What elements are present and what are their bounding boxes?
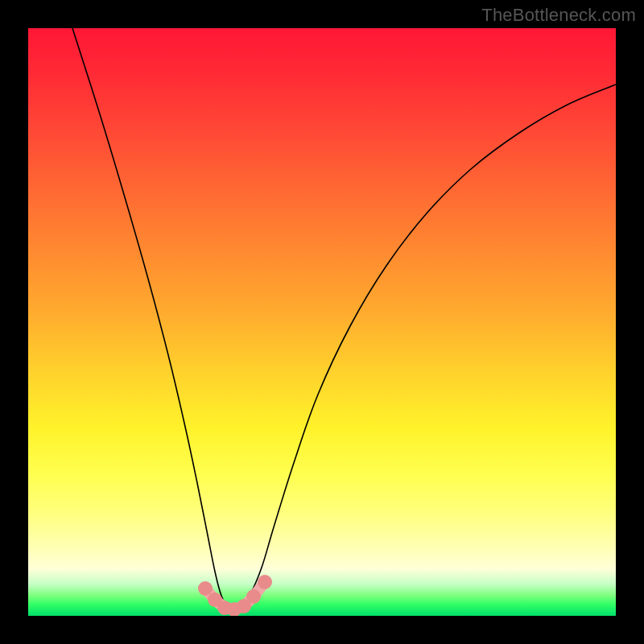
bottleneck-curve — [72, 28, 616, 611]
highlight-dot — [246, 589, 261, 604]
highlight-dot — [258, 575, 272, 589]
plot-area — [28, 28, 616, 616]
curve-svg — [28, 28, 616, 616]
highlight-dot — [198, 581, 213, 596]
chart-frame: TheBottleneck.com — [0, 0, 644, 644]
watermark-text: TheBottleneck.com — [481, 5, 636, 26]
